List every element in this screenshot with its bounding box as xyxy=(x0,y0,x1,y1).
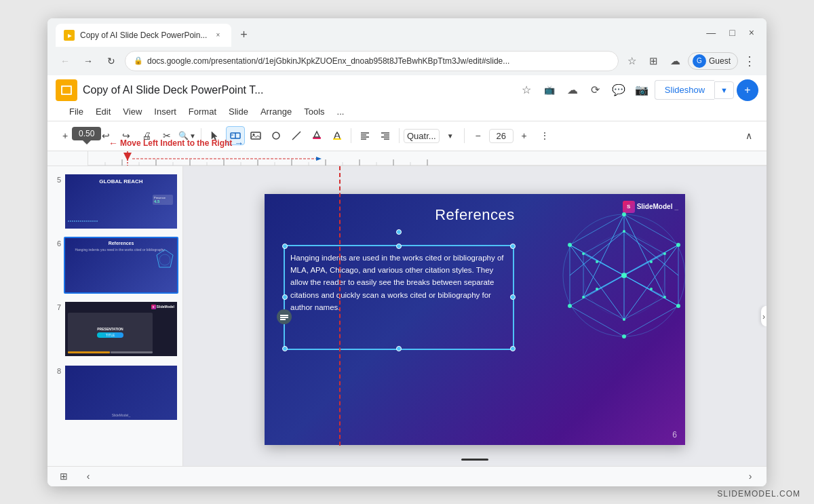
bookmark-button[interactable]: ☆ xyxy=(623,52,642,71)
font-size-plus-button[interactable]: + xyxy=(515,126,534,145)
forward-button[interactable]: → xyxy=(79,52,98,71)
slide-thumb-img-6[interactable]: References Hanging indents you need in t… xyxy=(64,237,178,294)
handle-bottom-right[interactable] xyxy=(510,346,516,351)
font-size-minus-button[interactable]: − xyxy=(469,126,488,145)
slideshow-dropdown-button[interactable]: ▼ xyxy=(714,81,734,99)
menu-insert[interactable]: Insert xyxy=(149,104,182,119)
tooltip-value: 0.50 xyxy=(72,127,101,140)
extensions-button[interactable]: ⊞ xyxy=(644,52,663,71)
menu-more[interactable]: ... xyxy=(332,104,350,119)
handle-right-middle[interactable] xyxy=(510,294,516,300)
address-bar-row: ← → ↻ 🔒 docs.google.com/presentation/d/1… xyxy=(47,47,767,75)
slideshow-button-group: Slideshow ▼ xyxy=(655,80,734,100)
cloud-save-button[interactable]: ☁ xyxy=(562,80,583,100)
svg-rect-84 xyxy=(280,317,288,318)
profile-button[interactable]: G Guest xyxy=(688,52,738,70)
menu-view[interactable]: View xyxy=(117,104,147,119)
slide-panel-scroll[interactable]: 5 GLOBAL REACH xyxy=(50,172,180,461)
add-people-button[interactable]: + xyxy=(737,79,758,101)
menu-edit[interactable]: Edit xyxy=(90,104,116,119)
close-button[interactable]: × xyxy=(745,26,758,39)
font-dropdown-button[interactable]: ▼ xyxy=(441,126,460,145)
scroll-indicator xyxy=(461,459,488,461)
handle-bottom-left[interactable] xyxy=(282,346,288,351)
menu-arrange[interactable]: Arrange xyxy=(255,104,297,119)
background-button[interactable] xyxy=(307,126,326,145)
svg-marker-47 xyxy=(157,250,173,267)
slide-thumbnail-7[interactable]: 7 S SlideModel PRESENTATION TITLE xyxy=(50,299,180,359)
menu-format[interactable]: Format xyxy=(183,104,222,119)
reload-button[interactable]: ↻ xyxy=(102,52,121,71)
bottom-bar: ⊞ ‹ › xyxy=(47,466,767,486)
color-button[interactable] xyxy=(328,126,347,145)
svg-point-77 xyxy=(582,252,585,255)
guest-label: Guest xyxy=(709,56,731,66)
bookmark-star-button[interactable]: ☆ xyxy=(516,80,537,100)
browser-tab[interactable]: ▶ Copy of AI Slide Deck PowerPoin... × xyxy=(56,24,231,47)
align-right-button[interactable] xyxy=(376,126,395,145)
new-tab-button[interactable]: + xyxy=(234,26,253,45)
svg-point-82 xyxy=(596,288,598,290)
shapes-button[interactable] xyxy=(267,126,286,145)
canvas-area: S SlideModel _ xyxy=(183,166,767,466)
cloud-button[interactable]: ☁ xyxy=(666,52,685,71)
grid-view-button[interactable]: ⊞ xyxy=(56,468,72,484)
slide-thumb-content-6: References Hanging indents you need in t… xyxy=(65,238,177,292)
video-button[interactable]: 📷 xyxy=(632,80,652,100)
menu-file[interactable]: File xyxy=(64,104,89,119)
line-button[interactable] xyxy=(287,126,306,145)
font-name-selector[interactable]: Quatr... xyxy=(404,129,440,143)
comments-button[interactable]: 💬 xyxy=(608,80,629,100)
slide-thumb-img-5[interactable]: GLOBAL REACH Presence 4 xyxy=(64,173,178,230)
svg-point-71 xyxy=(568,243,572,247)
tab-close-button[interactable]: × xyxy=(212,30,223,41)
slides-app-icon xyxy=(56,79,77,101)
text-box[interactable]: Hanging indents are used in the works ci… xyxy=(284,245,514,350)
slide-thumbnail-5[interactable]: 5 GLOBAL REACH xyxy=(50,172,180,231)
minimize-button[interactable]: — xyxy=(702,26,720,39)
slide-thumbnail-6[interactable]: 6 References Hanging indents you need in… xyxy=(50,235,180,295)
slide-thumb-img-8[interactable]: SlideModel_ xyxy=(64,364,178,421)
browser-menu-button[interactable]: ⋮ xyxy=(741,54,758,69)
indent-label: ← Move Left Indent to the Right → xyxy=(109,138,244,149)
document-title[interactable]: Copy of AI Slide Deck PowerPoint T... xyxy=(83,84,286,96)
handle-top-right[interactable] xyxy=(510,244,516,249)
handle-rotate[interactable] xyxy=(396,229,402,235)
slideshow-main-button[interactable]: Slideshow xyxy=(655,80,714,100)
handle-top-left[interactable] xyxy=(282,244,288,249)
align-left-button[interactable] xyxy=(355,126,374,145)
font-size-display[interactable]: 26 xyxy=(489,129,513,143)
slide-canvas[interactable]: S SlideModel _ xyxy=(265,194,685,445)
address-bar[interactable]: 🔒 docs.google.com/presentation/d/1ejGbki… xyxy=(125,51,619,71)
collapse-panel-button[interactable]: › xyxy=(761,306,767,326)
slide-thumb-img-7[interactable]: S SlideModel PRESENTATION TITLE xyxy=(64,301,178,357)
scroll-right-button[interactable]: › xyxy=(742,468,758,484)
svg-point-74 xyxy=(663,296,666,298)
indent-label-text: Move Left Indent to the Right xyxy=(120,138,232,148)
toolbar-separator-3 xyxy=(399,128,400,143)
svg-marker-46 xyxy=(316,157,322,161)
back-button[interactable]: ← xyxy=(56,52,75,71)
present-tv-button[interactable]: 📺 xyxy=(539,80,560,100)
slide-thumbnail-8[interactable]: 8 SlideModel_ xyxy=(50,363,180,423)
handle-bottom-middle[interactable] xyxy=(396,346,402,351)
svg-point-72 xyxy=(623,230,625,233)
image-button[interactable] xyxy=(246,126,265,145)
menu-slide[interactable]: Slide xyxy=(223,104,254,119)
format-icon[interactable] xyxy=(277,309,292,324)
app-bar-actions: ☆ 📺 ☁ ⟳ 💬 📷 Slideshow ▼ + xyxy=(516,79,758,101)
collapse-toolbar-button[interactable]: ∧ xyxy=(739,126,758,145)
window-controls: — □ × xyxy=(702,26,758,45)
svg-point-48 xyxy=(159,254,170,265)
history-button[interactable]: ⟳ xyxy=(585,80,606,100)
more-toolbar-button[interactable]: ⋮ xyxy=(535,126,554,145)
svg-point-78 xyxy=(621,273,627,278)
handle-top-middle[interactable] xyxy=(396,244,402,249)
svg-rect-12 xyxy=(333,138,341,140)
menu-tools[interactable]: Tools xyxy=(298,104,330,119)
svg-point-80 xyxy=(650,288,653,290)
tab-favicon: ▶ xyxy=(64,30,75,41)
collapse-panel-bottom-button[interactable]: ‹ xyxy=(80,468,96,484)
handle-left-middle[interactable] xyxy=(282,294,288,300)
maximize-button[interactable]: □ xyxy=(725,26,739,39)
